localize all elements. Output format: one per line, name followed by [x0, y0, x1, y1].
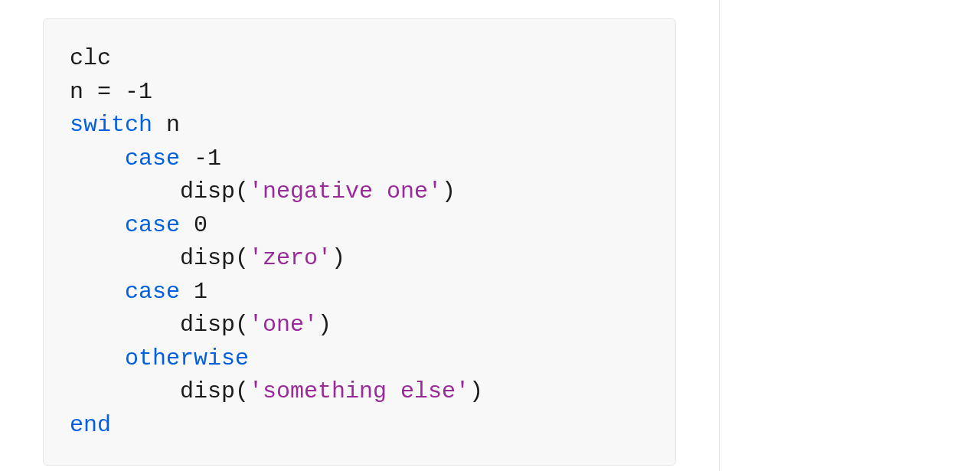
- code-switch-kw: switch: [70, 112, 152, 138]
- code-end-kw: end: [70, 412, 111, 438]
- code-disp-fn: disp(: [180, 378, 249, 404]
- code-case-kw: case: [125, 212, 180, 238]
- code-close-paren: ): [332, 245, 345, 271]
- code-switch-var: n: [152, 112, 180, 138]
- code-block: clc n = -1 switch n case -1 disp('negati…: [43, 18, 676, 466]
- code-string: 'something else': [249, 378, 469, 404]
- code-case-val: 1: [180, 279, 207, 305]
- code-case-val: -1: [180, 146, 221, 172]
- code-assign-rhs: -1: [125, 79, 152, 105]
- code-string: 'one': [249, 312, 318, 338]
- code-case-kw: case: [125, 146, 180, 172]
- code-close-paren: ): [442, 178, 456, 204]
- code-case-kw: case: [125, 279, 180, 305]
- code-close-paren: ): [469, 378, 483, 404]
- code-otherwise-kw: otherwise: [125, 345, 249, 371]
- content-area: clc n = -1 switch n case -1 disp('negati…: [0, 0, 720, 471]
- code-assign-lhs: n =: [70, 79, 125, 105]
- code-close-paren: ): [318, 312, 332, 338]
- code-string: 'zero': [249, 245, 332, 271]
- code-line-1: clc: [70, 45, 111, 71]
- code-disp-fn: disp(: [180, 245, 249, 271]
- code-case-val: 0: [180, 212, 207, 238]
- code-disp-fn: disp(: [180, 178, 249, 204]
- code-disp-fn: disp(: [180, 312, 249, 338]
- code-string: 'negative one': [249, 178, 442, 204]
